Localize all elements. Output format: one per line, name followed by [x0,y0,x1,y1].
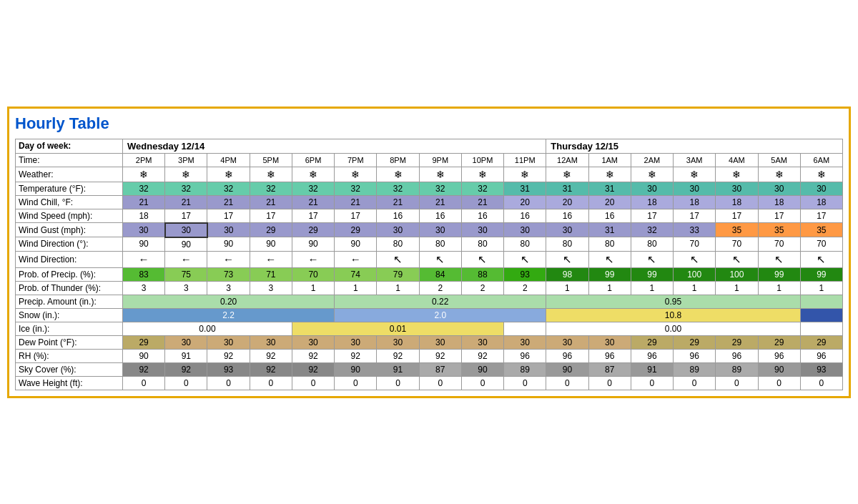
time-cell-2: 4PM [207,153,250,167]
windchill-row-cell-3: 21 [250,195,292,209]
dew-row-cell-7: 30 [419,335,461,349]
thunder-row: Prob. of Thunder (%): 33331112221111111 [16,281,843,295]
wave-cell-0: 0 [123,376,165,390]
windspeed-cell-10: 16 [546,209,588,223]
rh-cell-15: 96 [758,349,800,362]
precip-prob-cell-13: 100 [674,267,716,281]
precip-amt-cell-2: 0.22 [335,295,546,308]
thunder-cell-2: 3 [207,281,250,295]
winddir-arrow-cell-4: ← [292,251,334,267]
sky-row-cell-6: 91 [377,362,419,376]
precip-prob-cell-12: 99 [631,267,673,281]
precip-prob-cell-8: 88 [461,267,503,281]
dew-row-cell-4: 30 [292,335,334,349]
winddir-deg-cell-15: 70 [758,237,800,252]
thunder-cell-8: 2 [461,281,503,295]
wave-cell-11: 0 [588,376,631,390]
time-cell-4: 6PM [292,153,334,167]
rh-cell-0: 90 [123,349,165,362]
time-cell-10: 12AM [546,153,588,167]
rh-cell-16: 96 [800,349,842,362]
windgust-cell-12: 32 [631,223,673,237]
rh-row: RH (%): 90919292929292929296969696969696… [16,349,843,362]
windgust-cell-1: 30 [165,223,207,237]
temp-label: Temperature (°F): [16,182,123,195]
rh-cell-7: 92 [419,349,461,362]
windspeed-label: Wind Speed (mph): [16,209,123,223]
time-cell-15: 5AM [758,153,800,167]
snow-label: Snow (in.): [16,308,123,322]
time-cell-11: 1AM [588,153,631,167]
winddir-arrow-cell-6: ↖ [377,251,419,267]
rh-cell-2: 92 [207,349,250,362]
thunder-cell-16: 1 [800,281,842,295]
page-container: Hourly Table Day of week: Wednesday 12/1… [7,107,851,398]
precip-prob-cell-11: 99 [588,267,631,281]
time-cell-3: 5PM [250,153,292,167]
thunder-cell-12: 1 [631,281,673,295]
temp-row-cell-12: 30 [631,182,673,195]
snow-cell-4 [800,308,842,322]
windchill-row-cell-14: 18 [716,195,758,209]
winddir-arrow-cell-8: ↖ [461,251,503,267]
wave-cell-2: 0 [207,376,250,390]
windchill-row-cell-15: 18 [758,195,800,209]
sky-row-cell-7: 87 [419,362,461,376]
hourly-table: Day of week: Wednesday 12/14 Thursday 12… [15,139,843,390]
windgust-cell-13: 33 [674,223,716,237]
winddir-arrow-cell-10: ↖ [546,251,588,267]
ice-cell-5 [800,322,842,335]
windgust-cell-4: 29 [292,223,334,237]
windspeed-cell-7: 16 [419,209,461,223]
thunder-cell-1: 3 [165,281,207,295]
windgust-cell-10: 30 [546,223,588,237]
thunder-label: Prob. of Thunder (%): [16,281,123,295]
precip-prob-cell-16: 99 [800,267,842,281]
precip-prob-cell-9: 93 [504,267,546,281]
time-cell-1: 3PM [165,153,207,167]
winddir-deg-cell-4: 90 [292,237,334,252]
windspeed-cell-1: 17 [165,209,207,223]
windgust-cell-9: 30 [504,223,546,237]
rh-cell-4: 92 [292,349,334,362]
ice-cell-4: 0.00 [546,322,800,335]
sky-row-cell-1: 92 [165,362,207,376]
windchill-row-cell-8: 21 [461,195,503,209]
windgust-cell-14: 35 [716,223,758,237]
dew-row-cell-9: 30 [504,335,546,349]
windspeed-cell-12: 17 [631,209,673,223]
temp-row-cell-11: 31 [588,182,631,195]
wave-cell-12: 0 [631,376,673,390]
dew-row-cell-12: 29 [631,335,673,349]
dew-row-cell-1: 30 [165,335,207,349]
winddir-arrow-cell-7: ↖ [419,251,461,267]
winddir-label: Wind Direction: [16,251,123,267]
windgust-cell-11: 31 [588,223,631,237]
time-cell-7: 9PM [419,153,461,167]
windchill-row-cell-13: 18 [674,195,716,209]
windspeed-cell-11: 16 [588,209,631,223]
sky-row-cell-5: 90 [335,362,377,376]
dew-row-cell-0: 29 [123,335,165,349]
dew-row-cell-15: 29 [758,335,800,349]
thunder-cell-15: 1 [758,281,800,295]
winddir-arrow-cell-9: ↖ [504,251,546,267]
windchill-row-cell-10: 20 [546,195,588,209]
windchill-row: Wind Chill, °F: 212121212121212121202020… [16,195,843,209]
precip-amt-cell-3: 0.95 [546,295,800,308]
thunder-cell-11: 1 [588,281,631,295]
wave-cell-1: 0 [165,376,207,390]
sky-row-cell-10: 90 [546,362,588,376]
snow-row: Snow (in.): 2.2 2.0 10.8 [16,308,843,322]
thunder-cell-6: 1 [377,281,419,295]
dew-label: Dew Point (°F): [16,335,123,349]
sky-row-cell-16: 93 [800,362,842,376]
windchill-row-cell-9: 20 [504,195,546,209]
time-cell-6: 8PM [377,153,419,167]
day-label: Day of week: [16,139,123,153]
precip-amt-label: Precip. Amount (in.): [16,295,123,308]
wave-label: Wave Height (ft): [16,376,123,390]
temp-row-cell-8: 32 [461,182,503,195]
sky-row-cell-8: 90 [461,362,503,376]
windgust-cell-5: 29 [335,223,377,237]
